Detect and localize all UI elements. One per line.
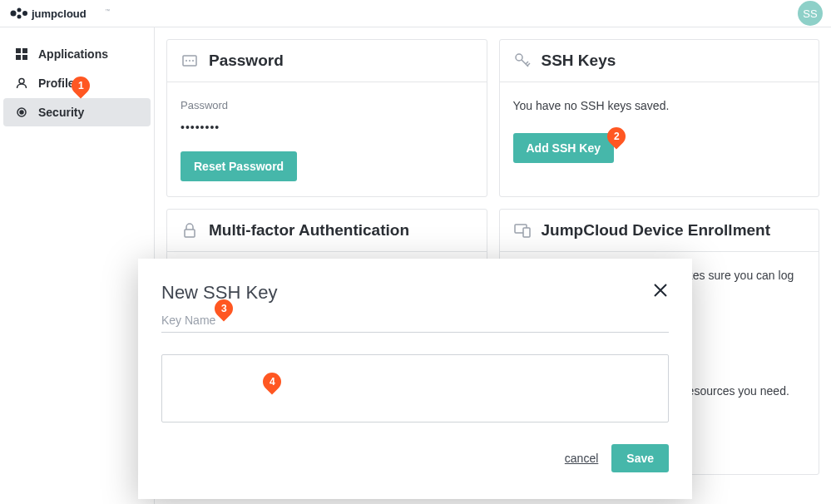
sidebar-item-label: Profile [38,77,75,90]
password-card: Password Password •••••••• Reset Passwor… [166,39,487,197]
svg-point-0 [11,11,17,17]
svg-rect-7 [22,48,27,53]
sidebar-item-applications[interactable]: Applications [3,40,151,68]
svg-text:™: ™ [105,8,110,13]
sidebar: Applications Profile Security [0,27,155,504]
device-icon [513,221,532,240]
svg-point-3 [22,11,27,16]
new-ssh-key-modal: New SSH Key cancel Save [138,259,692,499]
key-name-input[interactable] [161,309,669,333]
lock-icon [181,221,199,240]
password-label: Password [181,97,473,114]
public-key-textarea[interactable] [161,354,669,422]
svg-rect-6 [16,48,21,53]
logo: jumpcloud ™ [8,5,111,22]
ssh-key-icon [513,52,532,70]
close-icon[interactable] [652,282,669,299]
sidebar-item-label: Security [38,106,84,119]
svg-point-14 [185,60,187,62]
top-bar: jumpcloud ™ SS [0,0,831,27]
svg-rect-18 [185,230,195,237]
svg-point-2 [17,15,22,19]
add-ssh-key-button[interactable]: Add SSH Key [513,133,614,163]
svg-text:jumpcloud: jumpcloud [31,7,87,20]
card-title: Multi-factor Authentication [209,221,409,240]
avatar[interactable]: SS [798,1,823,26]
sidebar-item-security[interactable]: Security [3,98,151,126]
avatar-initials: SS [803,7,817,20]
profile-icon [15,77,28,90]
save-button[interactable]: Save [611,444,669,472]
reset-password-button[interactable]: Reset Password [181,151,297,181]
svg-point-15 [189,60,190,62]
password-icon [181,52,199,70]
svg-point-1 [17,8,22,12]
sidebar-item-label: Applications [38,47,108,61]
svg-point-17 [516,54,522,61]
cancel-button[interactable]: cancel [565,452,598,465]
ssh-empty-text: You have no SSH keys saved. [513,97,806,115]
card-title: SSH Keys [542,52,616,70]
svg-rect-9 [22,55,27,60]
security-icon [15,106,28,119]
svg-point-12 [20,111,23,114]
svg-point-10 [19,79,24,84]
password-value: •••••••• [181,119,473,136]
svg-rect-20 [523,228,530,237]
apps-icon [15,47,28,61]
card-title: Password [209,52,284,70]
ssh-keys-card: SSH Keys You have no SSH keys saved. Add… [499,39,820,197]
card-title: JumpCloud Device Enrollment [542,221,771,240]
svg-rect-8 [16,55,21,60]
svg-point-16 [192,60,194,62]
